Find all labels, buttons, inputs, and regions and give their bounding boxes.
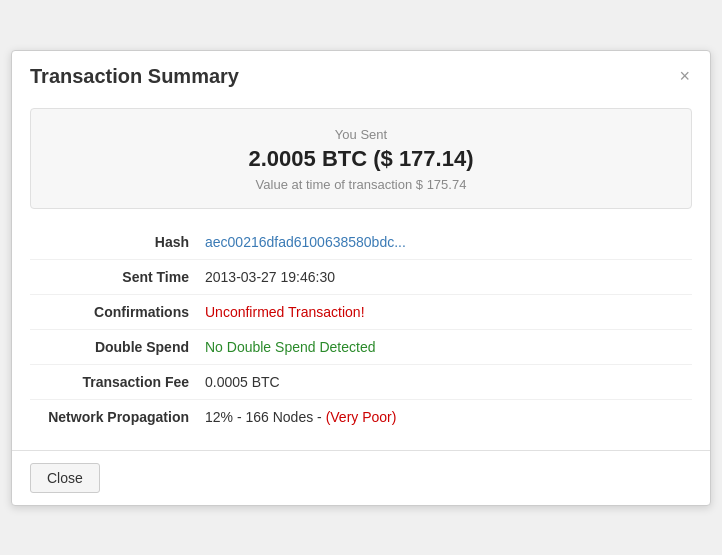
detail-label: Confirmations — [30, 304, 205, 320]
dialog-title: Transaction Summary — [30, 65, 239, 88]
detail-row: Transaction Fee0.0005 BTC — [30, 365, 692, 400]
detail-row: Hashaec00216dfad6100638580bdc... — [30, 225, 692, 260]
value-at-time: Value at time of transaction $ 175.74 — [51, 177, 671, 192]
network-propagation-value: 12% - 166 Nodes - — [205, 409, 326, 425]
detail-label: Double Spend — [30, 339, 205, 355]
hash-value[interactable]: aec00216dfad6100638580bdc... — [205, 234, 406, 250]
details-table: Hashaec00216dfad6100638580bdc...Sent Tim… — [30, 225, 692, 434]
close-button[interactable]: Close — [30, 463, 100, 493]
detail-value: 0.0005 BTC — [205, 374, 280, 390]
detail-row: ConfirmationsUnconfirmed Transaction! — [30, 295, 692, 330]
dialog-footer: Close — [12, 450, 710, 505]
confirmations-value: Unconfirmed Transaction! — [205, 304, 365, 320]
close-x-button[interactable]: × — [677, 67, 692, 85]
double-spend-value: No Double Spend Detected — [205, 339, 375, 355]
detail-label: Hash — [30, 234, 205, 250]
dialog-header: Transaction Summary × — [12, 51, 710, 98]
very-poor-badge: (Very Poor) — [326, 409, 397, 425]
amount-display: 2.0005 BTC ($ 177.14) — [51, 146, 671, 172]
detail-label: Transaction Fee — [30, 374, 205, 390]
detail-row: Double SpendNo Double Spend Detected — [30, 330, 692, 365]
transaction-summary-dialog: Transaction Summary × You Sent 2.0005 BT… — [11, 50, 711, 506]
detail-row: Sent Time2013-03-27 19:46:30 — [30, 260, 692, 295]
detail-row: Network Propagation12% - 166 Nodes - (Ve… — [30, 400, 692, 434]
detail-label: Sent Time — [30, 269, 205, 285]
you-sent-label: You Sent — [51, 127, 671, 142]
detail-value: 2013-03-27 19:46:30 — [205, 269, 335, 285]
summary-box: You Sent 2.0005 BTC ($ 177.14) Value at … — [30, 108, 692, 209]
detail-label: Network Propagation — [30, 409, 205, 425]
